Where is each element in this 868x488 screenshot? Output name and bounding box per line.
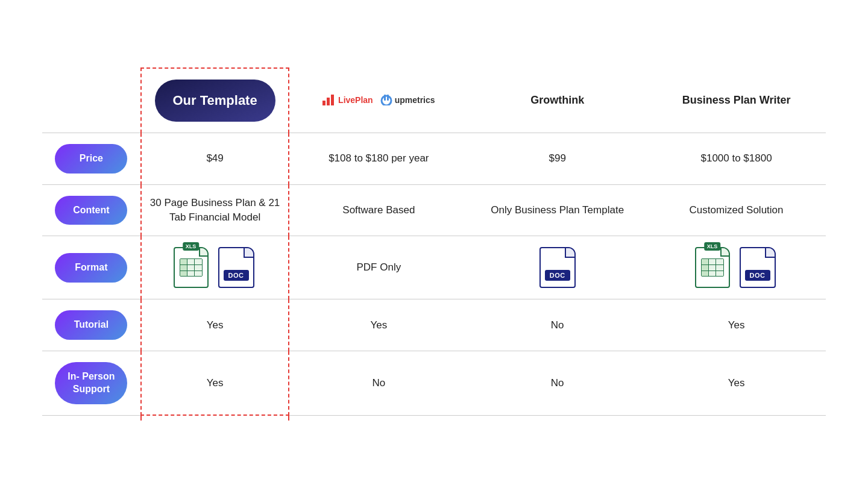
content-label: Content	[55, 196, 127, 225]
bottom-border-row	[42, 415, 826, 421]
format-liveplan: PDF Only	[289, 236, 468, 299]
format-label: Format	[55, 253, 127, 283]
xls-file-icon: XLS	[174, 247, 209, 288]
svg-rect-4	[384, 95, 386, 101]
xls-file-icon-bpwriter: XLS	[695, 247, 730, 288]
tutorial-label: Tutorial	[55, 310, 127, 340]
inperson-label-line1: In- Person	[68, 371, 115, 381]
doc-file-icon-bpwriter: DOC	[737, 247, 778, 288]
price-bpwriter-value: $1000 to $1800	[700, 152, 772, 164]
growthink-header: Growthink	[468, 68, 647, 133]
doc-body-bpwriter: DOC	[740, 247, 776, 288]
format-row: Format XLS	[42, 236, 826, 299]
xls-tag-bpwriter: XLS	[704, 242, 721, 251]
price-our-template: $49	[141, 133, 289, 184]
inperson-growthink-value: No	[551, 377, 564, 389]
xls-page: XLS	[174, 247, 209, 288]
tutorial-bpwriter: Yes	[647, 299, 826, 351]
format-liveplan-value: PDF Only	[357, 261, 401, 273]
xls-corner-bpwriter	[720, 248, 729, 257]
content-growthink: Only Business Plan Template	[468, 184, 647, 236]
tutorial-label-cell: Tutorial	[42, 299, 141, 351]
tutorial-bpwriter-value: Yes	[728, 319, 745, 331]
content-our-template: 30 Page Business Plan & 21 Tab Financial…	[141, 184, 289, 236]
doc-label-bpwriter: DOC	[745, 270, 770, 281]
tutorial-growthink: No	[468, 299, 647, 351]
empty-header-cell	[42, 68, 141, 133]
tutorial-row: Tutorial Yes Yes No Yes	[42, 299, 826, 351]
liveplan-logo-group: LivePlan upmetrics	[295, 95, 462, 105]
price-label: Price	[55, 144, 127, 174]
inperson-our-template: Yes	[141, 351, 289, 416]
inperson-bpwriter: Yes	[647, 351, 826, 416]
price-label-cell: Price	[42, 133, 141, 184]
doc-fold-growthink	[565, 248, 574, 258]
content-bpwriter: Customized Solution	[647, 184, 826, 236]
content-growthink-value: Only Business Plan Template	[491, 204, 624, 216]
format-bpwriter-icons: XLS DOC	[653, 247, 820, 288]
inperson-row: In- Person Support Yes No No Yes	[42, 351, 826, 416]
price-liveplan-value: $108 to $180 per year	[329, 152, 429, 164]
price-growthink: $99	[468, 133, 647, 184]
inperson-label-line2: Support	[73, 384, 110, 394]
content-liveplan-value: Software Based	[342, 204, 415, 216]
format-growthink-icons: DOC	[474, 247, 641, 288]
content-row: Content 30 Page Business Plan & 21 Tab F…	[42, 184, 826, 236]
content-our-template-value: 30 Page Business Plan & 21 Tab Financial…	[150, 197, 280, 223]
xls-page-bpwriter: XLS	[695, 247, 730, 288]
bottom-empty-liveplan	[289, 415, 468, 421]
price-bpwriter: $1000 to $1800	[647, 133, 826, 184]
doc-file-icon: DOC	[216, 247, 257, 288]
liveplan-text: LivePlan	[338, 95, 373, 105]
doc-file-icon-growthink: DOC	[537, 247, 578, 288]
doc-body-growthink: DOC	[539, 247, 576, 288]
format-our-template-icons: XLS DOC	[148, 247, 283, 288]
inperson-liveplan: No	[289, 351, 468, 416]
price-growthink-value: $99	[549, 152, 566, 164]
our-template-badge: Our Template	[155, 80, 275, 122]
growthink-title: Growthink	[530, 94, 584, 106]
xls-corner	[199, 248, 207, 257]
doc-fold	[244, 248, 253, 258]
svg-rect-5	[387, 95, 389, 101]
format-growthink: DOC	[468, 236, 647, 299]
price-our-template-value: $49	[206, 152, 223, 164]
bottom-empty-template	[141, 415, 289, 421]
svg-rect-1	[327, 98, 330, 105]
bpwriter-header: Business Plan Writer	[647, 68, 826, 133]
content-label-cell: Content	[42, 184, 141, 236]
inperson-label-cell: In- Person Support	[42, 351, 141, 416]
tutorial-liveplan: Yes	[289, 299, 468, 351]
inperson-label: In- Person Support	[55, 362, 127, 404]
inperson-our-template-value: Yes	[207, 377, 224, 389]
our-template-header: Our Template	[141, 68, 289, 133]
doc-label: DOC	[224, 270, 249, 281]
inperson-bpwriter-value: Yes	[728, 377, 745, 389]
bottom-empty-growthink	[468, 415, 647, 421]
doc-label-growthink: DOC	[545, 270, 570, 281]
upmetrics-icon	[380, 95, 392, 105]
price-row: Price $49 $108 to $180 per year $99 $100…	[42, 133, 826, 184]
content-bpwriter-value: Customized Solution	[690, 204, 784, 216]
upmetrics-brand: upmetrics	[380, 95, 435, 105]
xls-grid-bpwriter	[701, 258, 724, 277]
tutorial-our-template: Yes	[141, 299, 289, 351]
liveplan-header: LivePlan upmetrics	[289, 68, 468, 133]
xls-tag: XLS	[183, 242, 200, 251]
liveplan-icon	[322, 95, 336, 105]
svg-rect-2	[331, 95, 334, 105]
inperson-liveplan-value: No	[372, 377, 385, 389]
tutorial-growthink-value: No	[551, 319, 564, 331]
tutorial-liveplan-value: Yes	[370, 319, 387, 331]
bpwriter-title: Business Plan Writer	[682, 94, 791, 106]
tutorial-our-template-value: Yes	[207, 319, 224, 331]
doc-body: DOC	[218, 247, 254, 288]
inperson-growthink: No	[468, 351, 647, 416]
liveplan-brand: LivePlan	[322, 95, 373, 105]
format-our-template: XLS DOC	[141, 236, 289, 299]
doc-fold-bpwriter	[765, 248, 775, 258]
svg-rect-0	[322, 101, 326, 105]
xls-grid	[180, 258, 203, 277]
upmetrics-text: upmetrics	[395, 95, 435, 105]
bottom-empty-bpwriter	[647, 415, 826, 421]
